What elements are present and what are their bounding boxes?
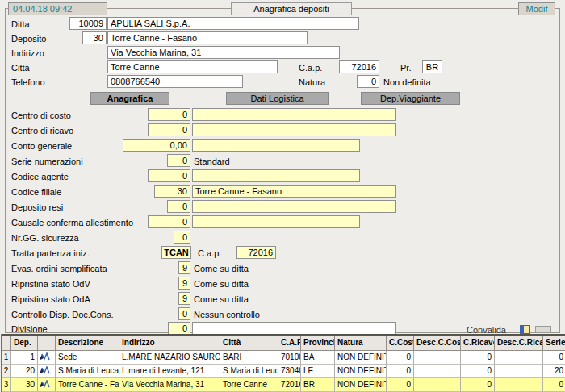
anagrafica-depositi-window: 04.04.18 09:42 Anagrafica depositi Modif… (0, 0, 565, 392)
deposito-resi-desc-field[interactable] (192, 200, 396, 213)
cell-c-costo: 0 (387, 378, 414, 392)
table-row[interactable]: 1 1 Sede L.MARE NAZARIO SAURO 211 BARI 7… (2, 351, 565, 365)
detail-label-deposito-resi: Deposito resi (11, 202, 63, 214)
pr-field[interactable]: BR (422, 60, 442, 73)
col-header-num (2, 336, 11, 351)
col-header-natura[interactable]: Natura (335, 336, 387, 351)
ripristina-oda-value-field[interactable]: 9 (178, 292, 190, 305)
deposito-code-field[interactable]: 30 (82, 31, 107, 44)
cell-serie: 0 (543, 378, 565, 392)
cell-row-num: 2 (2, 365, 11, 378)
col-header-desc-c-ricavo[interactable]: Desc.C.Ricavo (495, 336, 543, 351)
col-header-c-costo[interactable]: C.Costo (387, 336, 414, 351)
codice-filiale-desc-field[interactable]: Torre Canne - Fasano (192, 185, 396, 198)
cell-c-ricavo: 0 (461, 365, 495, 378)
detail-label-causale-conferma: Causale conferma allestimento (11, 218, 133, 229)
cell-desc-c-ricavo (495, 378, 543, 392)
cell-icon[interactable] (38, 378, 56, 392)
deposito-name-field[interactable]: Torre Canne - Fasano (107, 31, 308, 44)
col-header-desc-c-costo[interactable]: Desc.C.Costo (414, 336, 461, 351)
detail-label-codice-agente: Codice agente (11, 172, 69, 183)
detail-label-controllo-disp: Controllo Disp. Doc.Cons. (11, 310, 114, 321)
conto-generale-desc-field[interactable] (192, 139, 360, 152)
deposito-resi-value-field[interactable]: 0 (167, 200, 190, 213)
serie-numerazioni-value-field[interactable]: 0 (167, 154, 190, 167)
table-header-row: Dep. Descrizione Indirizzo Città C.A.P. … (2, 336, 565, 351)
cap-field[interactable]: 72016 (339, 60, 379, 73)
col-header-c-ricavo[interactable]: C.Ricavo (461, 336, 495, 351)
detail-label-evas-ordini: Evas. ordini semplificata (11, 264, 107, 275)
col-header-provincia[interactable]: Provincia (301, 336, 335, 351)
convalida-small-button[interactable] (535, 326, 551, 333)
col-header-indirizzo[interactable]: Indirizzo (119, 336, 220, 351)
col-header-serie[interactable]: Serie (543, 336, 565, 351)
cell-row-num: 3 (2, 378, 11, 392)
ditta-name-field[interactable]: APULIA SALI S.p.A. (107, 17, 359, 30)
timestamp-box: 04.04.18 09:42 (8, 2, 107, 15)
divisione-value-field[interactable]: 0 (168, 322, 190, 335)
detail-label-serie-numerazioni: Serie numerazioni (11, 156, 83, 168)
modif-button[interactable]: Modif (518, 2, 555, 15)
tab-dep-viaggiante[interactable]: Dep.Viaggiante (361, 92, 460, 105)
convalida-checkbox-icon[interactable] (520, 325, 530, 334)
divisione-desc-field[interactable] (192, 322, 396, 335)
indirizzo-label: Indirizzo (11, 48, 44, 60)
cell-c-ricavo: 0 (461, 378, 495, 392)
cell-provincia: LE (301, 365, 335, 378)
tratta-partenza-value-field[interactable]: TCAN (161, 246, 191, 259)
centro-di-ricavo-value-field[interactable]: 0 (148, 123, 190, 136)
codice-agente-value-field[interactable]: 0 (148, 169, 190, 182)
cell-icon[interactable] (38, 365, 56, 378)
controllo-disp-value-field[interactable]: 0 (178, 307, 190, 320)
cell-c-ricavo: 0 (461, 351, 495, 365)
chart-icon (39, 352, 50, 361)
col-header-dep[interactable]: Dep. (11, 336, 38, 351)
codice-filiale-value-field[interactable]: 30 (154, 185, 190, 198)
cell-c-costo: 0 (387, 351, 414, 365)
cell-serie: 20 (543, 365, 565, 378)
conto-generale-value-field[interactable]: 0,00 (123, 139, 190, 152)
centro-di-costo-desc-field[interactable] (192, 108, 396, 121)
cell-c-costo: 0 (387, 365, 414, 378)
detail-label-ripristina-odv: Ripristina stato OdV (11, 279, 90, 290)
cell-serie: 0 (543, 351, 565, 365)
nrgg-sicurezza-value-field[interactable]: 0 (174, 231, 190, 244)
citta-label: Città (11, 63, 30, 74)
table-row-selected[interactable]: 3 30 Torre Canne - Fasano Via Vecchia Ma… (2, 378, 565, 392)
col-header-descrizione[interactable]: Descrizione (56, 336, 119, 351)
tratta-cap-label: C.a.p. (198, 248, 221, 260)
evas-ordini-desc: Come su ditta (194, 264, 249, 275)
ditta-code-field[interactable]: 10009 (69, 17, 107, 30)
cell-desc-c-costo (414, 351, 461, 365)
cell-icon[interactable] (38, 351, 56, 365)
tratta-cap-field[interactable]: 72016 (236, 246, 276, 259)
controllo-disp-desc: Nessun controllo (194, 310, 260, 321)
cell-dep: 1 (11, 351, 38, 365)
dash-before-cap: – (284, 63, 289, 74)
col-header-citta[interactable]: Città (220, 336, 278, 351)
causale-conferma-value-field[interactable]: 0 (148, 215, 190, 228)
cell-provincia: BA (301, 351, 335, 365)
indirizzo-field[interactable]: Via Vecchia Marina, 31 (107, 46, 340, 59)
cap-label: C.a.p. (299, 63, 322, 74)
cell-indirizzo: L.MARE NAZARIO SAURO 211 (119, 351, 220, 365)
citta-field[interactable]: Torre Canne (107, 60, 278, 73)
tab-anagrafica[interactable]: Anagrafica (90, 92, 170, 105)
telefono-field[interactable]: 0808766540 (107, 75, 243, 88)
cell-indirizzo: L.mare di Levante, 121 (119, 365, 220, 378)
telefono-label: Telefono (11, 77, 45, 89)
ripristina-oda-desc: Come su ditta (194, 294, 249, 306)
tab-dati-logistica[interactable]: Dati Logistica (226, 92, 329, 105)
cell-descrizione: S.Maria di Leuca (56, 365, 119, 378)
causale-conferma-desc-field[interactable] (192, 215, 360, 228)
ripristina-odv-value-field[interactable]: 9 (178, 277, 190, 290)
cell-natura: NON DEFINITA (335, 365, 387, 378)
evas-ordini-value-field[interactable]: 9 (178, 261, 190, 274)
natura-code-field[interactable]: 0 (357, 75, 379, 88)
codice-agente-desc-field[interactable] (192, 169, 360, 182)
table-row[interactable]: 2 20 S.Maria di Leuca L.mare di Levante,… (2, 365, 565, 378)
col-header-cap[interactable]: C.A.P. (278, 336, 301, 351)
centro-di-costo-value-field[interactable]: 0 (148, 108, 190, 121)
detail-label-conto-generale: Conto generale (11, 141, 72, 152)
centro-di-ricavo-desc-field[interactable] (192, 123, 396, 136)
